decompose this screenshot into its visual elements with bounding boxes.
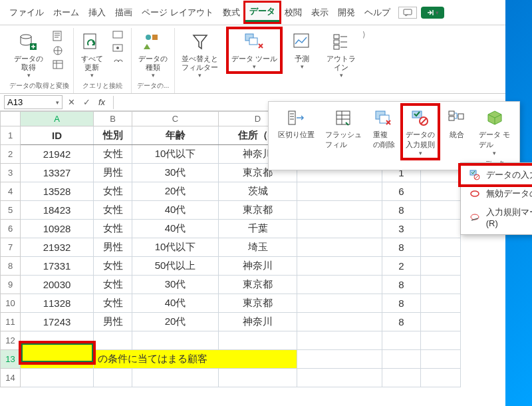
cell[interactable]: 性別	[94, 126, 132, 145]
edit-links-button[interactable]	[110, 56, 127, 68]
get-data-button[interactable]: データの 取得 ▾	[11, 29, 46, 80]
cell[interactable]: 女性	[94, 182, 132, 201]
cell[interactable]	[421, 350, 461, 369]
cell[interactable]: ID	[21, 126, 94, 145]
cell[interactable]: 8	[382, 313, 421, 331]
cell[interactable]: 女性	[94, 220, 132, 238]
cell[interactable]	[94, 331, 132, 350]
cell[interactable]	[297, 238, 382, 257]
cell[interactable]	[421, 201, 461, 220]
cell[interactable]: 女性	[94, 145, 132, 164]
cell[interactable]	[421, 331, 461, 350]
cell[interactable]: 男性	[94, 313, 132, 331]
dropdown-item-circle-invalid[interactable]: 無効データのマーク(I)	[461, 184, 532, 203]
cell[interactable]: 6	[382, 182, 421, 201]
from-text-button[interactable]	[50, 29, 67, 43]
cell[interactable]: 東京都	[219, 294, 297, 313]
menu-developer[interactable]: 開発	[334, 4, 359, 21]
cell[interactable]: 8	[382, 238, 421, 257]
cell[interactable]	[421, 257, 461, 276]
text-to-cols-button[interactable]: 区切り位置	[275, 106, 317, 158]
data-model-button[interactable]: データ モ デル▾	[476, 106, 513, 158]
data-tools-button[interactable]: データ ツール ▾	[229, 29, 280, 71]
data-validation-button[interactable]: データの 入力規則▾	[403, 106, 438, 158]
col-header-C[interactable]: C	[132, 112, 219, 126]
cell[interactable]	[297, 276, 382, 294]
row-header[interactable]: 5	[1, 201, 21, 220]
dropdown-item-dv-icon[interactable]: データの入力規則(V)...	[461, 166, 532, 184]
cell[interactable]: 21942	[21, 145, 94, 164]
cell[interactable]	[421, 220, 461, 238]
cell[interactable]: 男性	[94, 164, 132, 182]
cell[interactable]: 30代	[132, 276, 219, 294]
cell[interactable]: 女性	[94, 257, 132, 276]
cell[interactable]: 40代	[132, 220, 219, 238]
row-header[interactable]: 2	[1, 145, 21, 164]
cell[interactable]	[219, 331, 297, 350]
cell[interactable]	[421, 238, 461, 257]
cell[interactable]: 神奈川	[219, 313, 297, 331]
cell[interactable]: 17243	[21, 313, 94, 331]
cell[interactable]: 女性	[94, 276, 132, 294]
menu-file[interactable]: ファイル	[5, 4, 48, 21]
from-table-button[interactable]	[50, 59, 67, 72]
cell[interactable]	[297, 294, 382, 313]
cell[interactable]	[297, 331, 382, 350]
cell[interactable]: 30代	[132, 164, 219, 182]
consolidate-button[interactable]: 統合	[443, 106, 471, 158]
cell[interactable]: 女性	[94, 294, 132, 313]
menu-help[interactable]: ヘルプ	[360, 4, 394, 21]
cell[interactable]	[297, 369, 382, 387]
cell[interactable]	[21, 369, 94, 387]
queries-button[interactable]	[110, 29, 127, 41]
cell[interactable]: 女性	[94, 201, 132, 220]
cell[interactable]	[297, 220, 382, 238]
row-header[interactable]: 6	[1, 220, 21, 238]
remove-dup-button[interactable]: 重複 の削除	[370, 106, 398, 158]
row-header[interactable]: 4	[1, 182, 21, 201]
row-header[interactable]: 9	[1, 276, 21, 294]
row-header[interactable]: 7	[1, 238, 21, 257]
cell[interactable]: 男性	[94, 238, 132, 257]
menu-review[interactable]: 校閲	[281, 4, 306, 21]
menu-draw[interactable]: 描画	[111, 4, 136, 21]
row-header[interactable]: 12	[1, 331, 21, 350]
cell[interactable]: 40代	[132, 294, 219, 313]
cell[interactable]	[297, 182, 382, 201]
properties-button[interactable]	[110, 43, 127, 55]
cell[interactable]	[382, 369, 421, 387]
menu-insert[interactable]: 挿入	[84, 4, 110, 21]
cell[interactable]	[421, 276, 461, 294]
cell[interactable]: 8	[382, 201, 421, 220]
forecast-button[interactable]: 予測 ▾	[288, 29, 316, 71]
cell[interactable]: 年齢	[132, 126, 219, 145]
share-button[interactable]: ▾	[421, 7, 444, 19]
dropdown-item-clear-circles[interactable]: 入力規則マークのクリア(R)	[461, 203, 532, 232]
cell[interactable]	[297, 201, 382, 220]
select-all-corner[interactable]	[1, 112, 21, 126]
cell[interactable]	[382, 350, 421, 369]
ribbon-overflow[interactable]: ⟩	[362, 28, 378, 41]
row-header[interactable]: 10	[1, 294, 21, 313]
name-box[interactable]: A13 ▾	[4, 95, 63, 109]
cell[interactable]: 20代	[132, 313, 219, 331]
cell[interactable]	[94, 369, 132, 387]
menu-data[interactable]: データ	[245, 3, 279, 22]
cell[interactable]	[297, 257, 382, 276]
cell[interactable]	[132, 331, 219, 350]
cell[interactable]: 11328	[21, 294, 94, 313]
cell[interactable]: 10代以下	[132, 145, 219, 164]
cell[interactable]: 20030	[21, 276, 94, 294]
formula-confirm-button[interactable]: ✓	[80, 96, 93, 108]
cell[interactable]	[421, 182, 461, 201]
insert-function-button[interactable]: fx	[96, 96, 108, 108]
cell[interactable]	[421, 369, 461, 387]
cell[interactable]	[382, 331, 421, 350]
from-web-button[interactable]	[50, 44, 67, 57]
row-header[interactable]: 14	[1, 369, 21, 387]
cell[interactable]	[421, 294, 461, 313]
row-header[interactable]: 8	[1, 257, 21, 276]
formula-cancel-button[interactable]: ✕	[65, 96, 78, 108]
cell[interactable]: 10代以下	[132, 238, 219, 257]
cell[interactable]: 埼玉	[219, 238, 297, 257]
